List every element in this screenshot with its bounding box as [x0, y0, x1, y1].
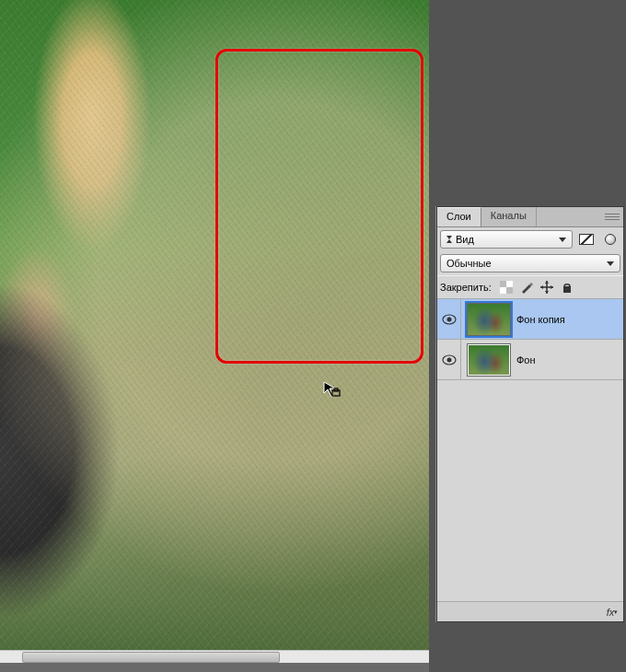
lock-row: Закрепить:	[437, 275, 623, 299]
clone-stamp-cursor	[322, 380, 341, 399]
lock-pixels-icon[interactable]	[519, 280, 534, 295]
blend-mode-row: Обычные	[437, 251, 623, 275]
layer-name[interactable]: Фон копия	[516, 314, 565, 325]
layer-row[interactable]: Фон копия	[437, 299, 623, 340]
chevron-down-icon	[559, 238, 566, 242]
lock-position-icon[interactable]	[539, 280, 554, 295]
panel-menu-icon[interactable]	[605, 207, 623, 226]
layer-row[interactable]: Фон	[437, 340, 623, 380]
lock-all-icon[interactable]	[560, 280, 574, 295]
selection-highlight	[215, 49, 423, 364]
layers-panel-footer: fx▾	[437, 601, 623, 621]
updown-icon	[446, 236, 452, 243]
svg-point-7	[446, 317, 451, 321]
lock-label: Закрепить:	[440, 282, 492, 293]
svg-rect-4	[506, 287, 513, 294]
svg-point-9	[446, 357, 451, 362]
tab-layers[interactable]: Слои	[437, 207, 481, 226]
blend-mode-label: Обычные	[446, 258, 492, 269]
layer-kind-dropdown[interactable]: Вид	[440, 230, 573, 249]
filter-image-icon[interactable]	[576, 231, 597, 248]
visibility-toggle[interactable]	[437, 299, 461, 339]
layer-name[interactable]: Фон	[516, 354, 536, 365]
canvas-gutter	[0, 663, 429, 672]
layer-list-empty	[437, 380, 623, 601]
layer-thumbnail[interactable]	[467, 343, 511, 377]
layer-kind-label: Вид	[456, 234, 474, 245]
lock-transparency-icon[interactable]	[499, 280, 514, 295]
horizontal-scrollbar[interactable]	[0, 650, 429, 663]
scrollbar-thumb[interactable]	[22, 652, 280, 663]
visibility-toggle[interactable]	[437, 340, 461, 379]
fx-icon[interactable]: fx▾	[605, 605, 620, 620]
eye-icon	[442, 314, 457, 325]
svg-rect-3	[500, 281, 506, 287]
document-image[interactable]	[0, 0, 429, 655]
layer-thumbnail[interactable]	[467, 303, 511, 336]
layer-kind-row: Вид	[437, 227, 623, 251]
svg-rect-5	[563, 286, 571, 293]
panel-tabs: Слои Каналы	[437, 207, 623, 227]
blend-mode-dropdown[interactable]: Обычные	[440, 254, 620, 272]
filter-adjust-icon[interactable]	[600, 231, 620, 248]
chevron-down-icon	[607, 261, 614, 266]
layers-panel: Слои Каналы Вид Обычные Закрепить:	[436, 206, 624, 622]
tab-channels[interactable]: Каналы	[481, 207, 537, 226]
canvas-area	[0, 0, 433, 672]
layer-list: Фон копия Фон	[437, 299, 623, 601]
eye-icon	[442, 354, 457, 365]
